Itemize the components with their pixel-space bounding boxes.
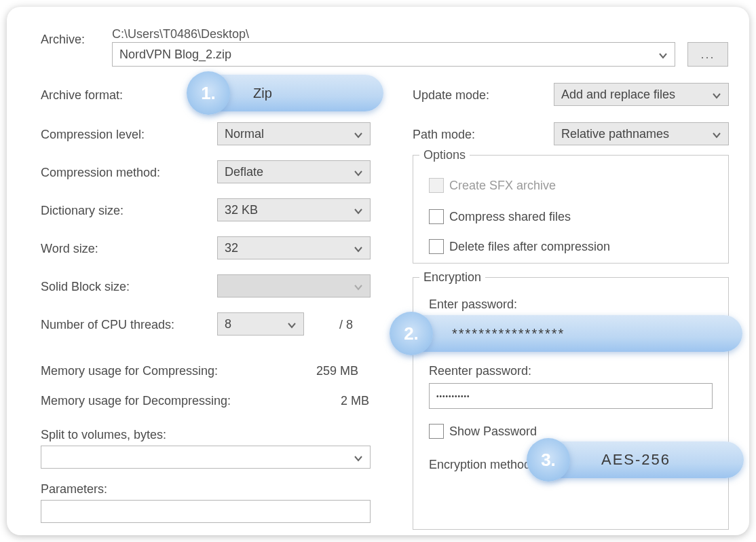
- dictionary-size-combo[interactable]: 32 KB: [217, 198, 371, 221]
- parameters-label: Parameters:: [41, 482, 107, 496]
- memory-decompress-label: Memory usage for Decompressing:: [41, 394, 231, 408]
- chevron-down-icon: [354, 243, 363, 253]
- memory-compress-label: Memory usage for Compressing:: [41, 364, 218, 378]
- callout-badge-2: 2.: [390, 312, 433, 355]
- dictionary-size-label: Dictionary size:: [41, 204, 124, 218]
- chevron-down-icon: [354, 205, 363, 215]
- path-mode-value: Relative pathnames: [561, 127, 669, 141]
- chevron-down-icon: [712, 129, 721, 139]
- split-volumes-label: Split to volumes, bytes:: [41, 428, 166, 442]
- path-mode-combo[interactable]: Relative pathnames: [554, 122, 729, 145]
- compression-level-label: Compression level:: [41, 128, 145, 142]
- callout-badge-3: 3.: [527, 438, 570, 482]
- word-size-combo[interactable]: 32: [217, 236, 371, 259]
- delete-after-checkbox[interactable]: [429, 239, 444, 254]
- show-password-checkbox-row[interactable]: Show Password: [429, 424, 537, 439]
- word-size-label: Word size:: [41, 242, 98, 256]
- memory-compress-value: 259 MB: [316, 364, 358, 378]
- archive-filename-combo[interactable]: NordVPN Blog_2.zip: [112, 42, 675, 67]
- chevron-down-icon: [658, 50, 668, 59]
- update-mode-label: Update mode:: [413, 88, 489, 103]
- compression-method-label: Compression method:: [41, 166, 160, 180]
- compression-level-combo[interactable]: Normal: [217, 122, 371, 145]
- encryption-method-value: AES-256: [601, 451, 670, 469]
- update-mode-combo[interactable]: Add and replace files: [554, 83, 729, 106]
- compress-shared-label: Compress shared files: [449, 210, 571, 224]
- delete-after-checkbox-row[interactable]: Delete files after compression: [429, 239, 610, 254]
- compression-level-value: Normal: [225, 127, 264, 141]
- compression-dialog: Archive: C:\Users\T0486\Desktop\ NordVPN…: [7, 7, 749, 535]
- show-password-label: Show Password: [449, 424, 537, 439]
- callout-badge-1: 1.: [187, 71, 230, 115]
- encryption-title: Encryption: [419, 270, 485, 285]
- memory-decompress-value: 2 MB: [341, 394, 369, 408]
- create-sfx-checkbox-row: Create SFX archive: [429, 178, 556, 193]
- cpu-threads-value: 8: [225, 317, 231, 331]
- word-size-value: 32: [225, 241, 238, 255]
- delete-after-label: Delete files after compression: [449, 240, 610, 254]
- enter-password-label: Enter password:: [429, 297, 517, 312]
- update-mode-value: Add and replace files: [561, 88, 675, 102]
- reenter-password-label: Reenter password:: [429, 364, 531, 378]
- enter-password-callout[interactable]: *****************: [396, 315, 742, 352]
- compression-method-combo[interactable]: Deflate: [217, 160, 371, 183]
- split-volumes-combo[interactable]: [41, 446, 371, 469]
- parameters-input[interactable]: [41, 500, 371, 523]
- browse-button[interactable]: ...: [687, 42, 728, 67]
- enter-password-value: *****************: [452, 326, 565, 342]
- archive-format-value: Zip: [253, 86, 272, 101]
- path-mode-label: Path mode:: [413, 128, 475, 142]
- solid-block-size-combo: [217, 274, 371, 297]
- chevron-down-icon: [287, 319, 297, 329]
- archive-filename-value: NordVPN Blog_2.zip: [119, 48, 231, 62]
- compression-method-value: Deflate: [225, 165, 263, 179]
- chevron-down-icon: [354, 452, 363, 462]
- compress-shared-checkbox[interactable]: [429, 209, 444, 224]
- show-password-checkbox[interactable]: [429, 424, 444, 439]
- solid-block-size-label: Solid Block size:: [41, 280, 130, 294]
- chevron-down-icon: [354, 167, 363, 177]
- dictionary-size-value: 32 KB: [225, 203, 258, 217]
- chevron-down-icon: [354, 281, 363, 291]
- options-title: Options: [419, 148, 470, 162]
- create-sfx-checkbox: [429, 178, 444, 193]
- compress-shared-checkbox-row[interactable]: Compress shared files: [429, 209, 571, 224]
- cpu-threads-combo[interactable]: 8: [217, 312, 304, 336]
- chevron-down-icon: [354, 129, 363, 139]
- create-sfx-label: Create SFX archive: [449, 179, 556, 193]
- chevron-down-icon: [712, 90, 721, 99]
- reenter-password-input[interactable]: •••••••••••: [429, 383, 713, 409]
- cpu-threads-total: / 8: [339, 318, 353, 332]
- encryption-method-label: Encryption method:: [429, 458, 534, 472]
- archive-path-text: C:\Users\T0486\Desktop\: [112, 27, 249, 41]
- cpu-threads-label: Number of CPU threads:: [41, 318, 174, 332]
- archive-format-label: Archive format:: [41, 88, 123, 103]
- archive-label: Archive:: [41, 33, 85, 47]
